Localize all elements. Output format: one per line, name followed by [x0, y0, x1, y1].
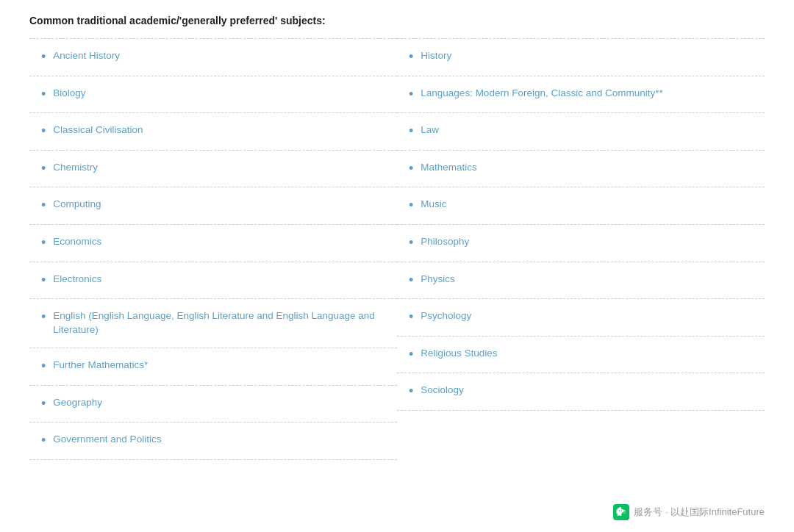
- columns-wrapper: • Ancient History • Biology • Classical …: [29, 38, 765, 460]
- bullet-icon: •: [409, 309, 413, 326]
- bullet-icon: •: [409, 49, 413, 65]
- wechat-icon: [613, 504, 629, 520]
- bullet-icon: •: [409, 273, 413, 289]
- list-item: • Psychology: [397, 299, 765, 337]
- watermark: 服务号 · 以赴国际InfiniteFuture: [613, 504, 765, 520]
- list-item: • English (English Language, English Lit…: [29, 299, 397, 348]
- item-label: English (English Language, English Liter…: [53, 309, 390, 337]
- list-item: • Electronics: [29, 262, 397, 300]
- item-label: Sociology: [421, 384, 464, 398]
- list-item: • Religious Studies: [397, 337, 765, 374]
- bullet-icon: •: [41, 433, 46, 449]
- item-label: Languages: Modern Foreign, Classic and C…: [421, 87, 662, 101]
- bullet-icon: •: [409, 161, 413, 177]
- item-label: Law: [421, 123, 439, 137]
- bullet-icon: •: [41, 309, 46, 326]
- list-item: • Music: [397, 187, 765, 225]
- bullet-icon: •: [409, 87, 413, 103]
- item-label: Religious Studies: [421, 347, 497, 361]
- list-item: • Law: [397, 113, 765, 151]
- item-label: Music: [421, 198, 446, 212]
- list-item: • Computing: [29, 187, 397, 225]
- item-label: Philosophy: [421, 235, 469, 249]
- bullet-icon: •: [41, 49, 46, 65]
- item-label: Electronics: [53, 273, 101, 287]
- item-label: Mathematics: [421, 161, 477, 175]
- left-column: • Ancient History • Biology • Classical …: [29, 38, 397, 460]
- bullet-icon: •: [41, 396, 46, 412]
- item-label: History: [421, 49, 451, 63]
- list-item: • Physics: [397, 262, 765, 300]
- item-label: Physics: [421, 273, 455, 287]
- bullet-icon: •: [41, 235, 46, 251]
- list-item: • Ancient History: [29, 39, 397, 76]
- bullet-icon: •: [409, 123, 413, 140]
- item-label: Classical Civilisation: [53, 123, 143, 137]
- item-label: Geography: [53, 396, 102, 410]
- item-label: Biology: [53, 87, 85, 101]
- bullet-icon: •: [41, 198, 46, 214]
- watermark-text: 服务号 · 以赴国际InfiniteFuture: [634, 506, 765, 519]
- item-label: Chemistry: [53, 161, 98, 175]
- list-item: • Further Mathematics*: [29, 348, 397, 386]
- list-item: • Government and Politics: [29, 423, 397, 460]
- right-column: • History • Languages: Modern Foreign, C…: [397, 38, 765, 460]
- list-item: • Geography: [29, 386, 397, 423]
- list-item: • Mathematics: [397, 151, 765, 188]
- bullet-icon: •: [41, 123, 46, 140]
- bullet-icon: •: [41, 359, 46, 375]
- page-container: Common traditional academic/'generally p…: [0, 0, 794, 519]
- item-label: Computing: [53, 198, 101, 212]
- bullet-icon: •: [409, 235, 413, 251]
- list-item: • Philosophy: [397, 225, 765, 262]
- item-label: Psychology: [421, 309, 471, 323]
- bullet-icon: •: [41, 273, 46, 289]
- item-label: Ancient History: [53, 49, 120, 63]
- bullet-icon: •: [41, 161, 46, 177]
- list-item: • History: [397, 39, 765, 76]
- bullet-icon: •: [409, 347, 413, 363]
- section-heading: Common traditional academic/'generally p…: [29, 15, 765, 26]
- list-item: • Biology: [29, 76, 397, 114]
- list-item: • Languages: Modern Foreign, Classic and…: [397, 76, 765, 114]
- list-item: • Chemistry: [29, 151, 397, 188]
- bullet-icon: •: [409, 198, 413, 214]
- list-item: • Economics: [29, 225, 397, 262]
- item-label: Government and Politics: [53, 433, 161, 447]
- bullet-icon: •: [41, 87, 46, 103]
- list-item: • Sociology: [397, 373, 765, 411]
- item-label: Economics: [53, 235, 101, 249]
- list-item: • Classical Civilisation: [29, 113, 397, 151]
- bullet-icon: •: [409, 384, 413, 400]
- item-label: Further Mathematics*: [53, 359, 148, 373]
